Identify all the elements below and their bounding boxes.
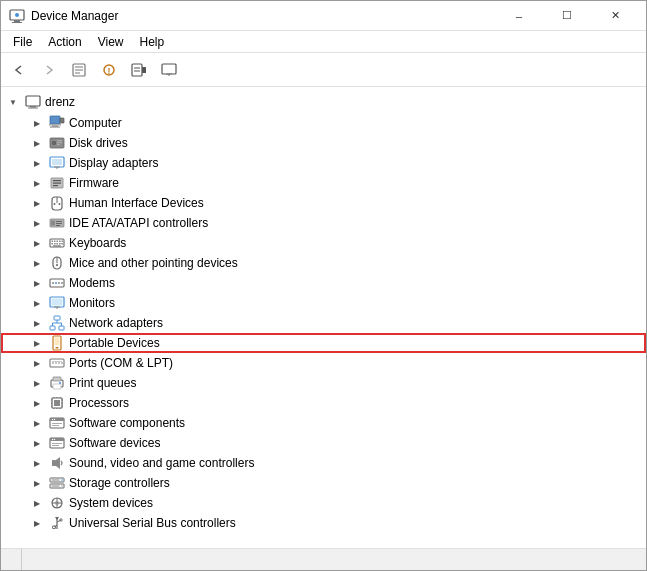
svg-rect-55 (54, 243, 56, 245)
expand-arrow[interactable]: ▶ (29, 215, 45, 231)
svg-rect-23 (52, 126, 58, 127)
list-item[interactable]: ▶ Universal Serial Bus controllers (1, 513, 646, 533)
list-item[interactable]: ▶ Storage controllers (1, 473, 646, 493)
svg-rect-18 (30, 106, 36, 108)
network-icon (49, 315, 65, 331)
expand-arrow[interactable]: ▶ (29, 275, 45, 291)
list-item[interactable]: ▶ Software components (1, 413, 646, 433)
expand-arrow[interactable]: ▶ (29, 335, 45, 351)
tree-root[interactable]: ▼ drenz (1, 91, 646, 113)
svg-rect-45 (56, 221, 62, 222)
svg-rect-51 (57, 241, 59, 243)
title-bar: Device Manager – ☐ ✕ (1, 1, 646, 31)
expand-arrow[interactable]: ▶ (29, 135, 45, 151)
svg-rect-73 (50, 326, 55, 330)
window-title: Device Manager (31, 9, 496, 23)
expand-arrow[interactable]: ▶ (29, 315, 45, 331)
menu-view[interactable]: View (90, 33, 132, 51)
menu-action[interactable]: Action (40, 33, 89, 51)
svg-point-65 (55, 282, 57, 284)
menu-help[interactable]: Help (132, 33, 173, 51)
item-label: IDE ATA/ATAPI controllers (69, 216, 208, 230)
expand-arrow[interactable]: ▶ (29, 415, 45, 431)
root-label: drenz (45, 95, 75, 109)
list-item[interactable]: ▶ IDE ATA/ATAPI controllers (1, 213, 646, 233)
storage-icon (49, 475, 65, 491)
svg-rect-72 (54, 316, 60, 320)
svg-rect-124 (52, 485, 60, 486)
expand-arrow[interactable]: ▶ (29, 195, 45, 211)
list-item[interactable]: ▶ Proces (1, 393, 646, 413)
item-label: Sound, video and game controllers (69, 456, 254, 470)
expand-arrow[interactable]: ▶ (29, 155, 45, 171)
expand-arrow[interactable]: ▶ (29, 295, 45, 311)
app-icon (9, 8, 25, 24)
item-label: Modems (69, 276, 115, 290)
expand-arrow[interactable]: ▶ (29, 515, 45, 531)
root-expand-arrow[interactable]: ▼ (5, 94, 21, 110)
svg-rect-56 (57, 243, 59, 245)
list-item[interactable]: ▶ Sound, video and game controllers (1, 453, 646, 473)
toolbar: ! (1, 53, 646, 87)
list-item[interactable]: ▶ Human Interface Devices (1, 193, 646, 213)
expand-arrow[interactable]: ▶ (29, 455, 45, 471)
list-item[interactable]: ▶ Network adapters (1, 313, 646, 333)
svg-text:!: ! (108, 66, 111, 76)
list-item[interactable]: ▶ Software devices (1, 433, 646, 453)
svg-rect-53 (62, 241, 64, 243)
expand-arrow[interactable]: ▶ (29, 235, 45, 251)
expand-arrow[interactable]: ▶ (29, 495, 45, 511)
svg-point-86 (61, 362, 63, 364)
properties-button[interactable] (65, 56, 93, 84)
expand-arrow[interactable]: ▶ (29, 395, 45, 411)
list-item[interactable]: ▶ Mice and other pointing devices (1, 253, 646, 273)
minimize-button[interactable]: – (496, 1, 542, 31)
svg-rect-110 (52, 423, 62, 424)
portable-icon (49, 335, 65, 351)
svg-rect-44 (51, 221, 55, 226)
svg-rect-11 (142, 67, 146, 73)
portable-devices-item[interactable]: ▶ Portable Devices (1, 333, 646, 353)
menu-file[interactable]: File (5, 33, 40, 51)
device-tree[interactable]: ▼ drenz ▶ Comp (1, 87, 646, 548)
scan-button[interactable] (125, 56, 153, 84)
list-item[interactable]: ▶ Monitors (1, 293, 646, 313)
svg-point-41 (54, 203, 56, 205)
svg-rect-89 (53, 377, 61, 381)
svg-rect-14 (162, 64, 176, 74)
ide-icon (49, 215, 65, 231)
list-item[interactable]: ▶ Ports (COM & LPT) (1, 353, 646, 373)
close-button[interactable]: ✕ (592, 1, 638, 31)
svg-rect-21 (60, 118, 64, 123)
update-driver-button[interactable]: ! (95, 56, 123, 84)
svg-rect-19 (28, 108, 38, 109)
item-label: Storage controllers (69, 476, 170, 490)
list-item[interactable]: ▶ Firmware (1, 173, 646, 193)
list-item[interactable]: ▶ System devices (1, 493, 646, 513)
display-icon (49, 155, 65, 171)
svg-point-91 (59, 382, 61, 384)
svg-point-109 (54, 419, 55, 420)
list-item[interactable]: ▶ Modems (1, 273, 646, 293)
expand-arrow[interactable]: ▶ (29, 375, 45, 391)
back-button[interactable] (5, 56, 33, 84)
list-item[interactable]: ▶ Disk drives (1, 133, 646, 153)
maximize-button[interactable]: ☐ (544, 1, 590, 31)
expand-arrow[interactable]: ▶ (29, 435, 45, 451)
expand-arrow[interactable]: ▶ (29, 115, 45, 131)
list-item[interactable]: ▶ Display adapters (1, 153, 646, 173)
expand-arrow[interactable]: ▶ (29, 175, 45, 191)
svg-rect-57 (59, 243, 61, 245)
expand-arrow[interactable]: ▶ (29, 475, 45, 491)
forward-button[interactable] (35, 56, 63, 84)
expand-arrow[interactable]: ▶ (29, 355, 45, 371)
svg-rect-117 (52, 445, 59, 446)
svg-point-126 (55, 501, 59, 505)
svg-rect-90 (53, 384, 61, 389)
display-button[interactable] (155, 56, 183, 84)
list-item[interactable]: ▶ Print queues (1, 373, 646, 393)
list-item[interactable]: ▶ Keyboards (1, 233, 646, 253)
svg-rect-87 (52, 361, 62, 362)
list-item[interactable]: ▶ Computer (1, 113, 646, 133)
expand-arrow[interactable]: ▶ (29, 255, 45, 271)
